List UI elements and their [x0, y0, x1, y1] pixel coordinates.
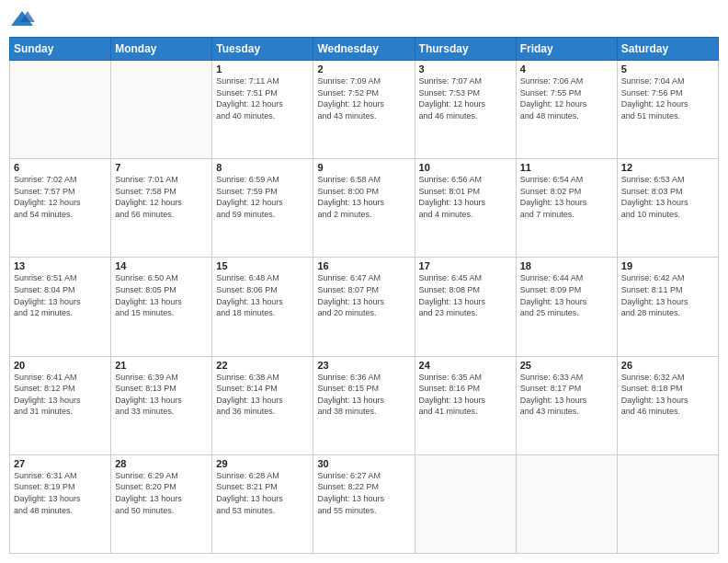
calendar-week-2: 6Sunrise: 7:02 AM Sunset: 7:57 PM Daylig… [10, 159, 719, 258]
day-number: 14 [115, 260, 208, 271]
calendar-cell: 21Sunrise: 6:39 AM Sunset: 8:13 PM Dayli… [111, 356, 212, 454]
calendar-cell [516, 454, 617, 553]
day-info: Sunrise: 6:50 AM Sunset: 8:05 PM Dayligh… [115, 272, 208, 318]
page: SundayMondayTuesdayWednesdayThursdayFrid… [0, 0, 728, 563]
day-info: Sunrise: 7:02 AM Sunset: 7:57 PM Dayligh… [14, 174, 107, 220]
day-info: Sunrise: 6:45 AM Sunset: 8:08 PM Dayligh… [419, 272, 512, 318]
day-number: 6 [14, 162, 107, 173]
day-info: Sunrise: 7:01 AM Sunset: 7:58 PM Dayligh… [115, 174, 208, 220]
calendar-cell: 22Sunrise: 6:38 AM Sunset: 8:14 PM Dayli… [212, 356, 313, 454]
calendar-cell: 5Sunrise: 7:04 AM Sunset: 7:56 PM Daylig… [617, 61, 718, 159]
day-info: Sunrise: 7:04 AM Sunset: 7:56 PM Dayligh… [621, 75, 714, 121]
calendar-cell: 26Sunrise: 6:32 AM Sunset: 8:18 PM Dayli… [617, 356, 718, 454]
calendar-cell: 9Sunrise: 6:58 AM Sunset: 8:00 PM Daylig… [313, 159, 415, 258]
calendar-cell: 4Sunrise: 7:06 AM Sunset: 7:55 PM Daylig… [516, 61, 617, 159]
calendar-table: SundayMondayTuesdayWednesdayThursdayFrid… [9, 37, 719, 554]
calendar-cell: 23Sunrise: 6:36 AM Sunset: 8:15 PM Dayli… [313, 356, 415, 454]
calendar-cell: 7Sunrise: 7:01 AM Sunset: 7:58 PM Daylig… [111, 159, 212, 258]
day-number: 26 [621, 360, 714, 371]
day-number: 24 [419, 360, 512, 371]
calendar-cell: 16Sunrise: 6:47 AM Sunset: 8:07 PM Dayli… [313, 258, 415, 356]
day-number: 4 [520, 63, 613, 75]
calendar-week-3: 13Sunrise: 6:51 AM Sunset: 8:04 PM Dayli… [10, 258, 719, 356]
day-info: Sunrise: 6:47 AM Sunset: 8:07 PM Dayligh… [317, 272, 410, 318]
day-number: 22 [216, 360, 309, 371]
day-info: Sunrise: 6:54 AM Sunset: 8:02 PM Dayligh… [520, 174, 613, 220]
calendar-cell [415, 454, 516, 553]
day-info: Sunrise: 6:42 AM Sunset: 8:11 PM Dayligh… [621, 272, 714, 318]
day-info: Sunrise: 6:56 AM Sunset: 8:01 PM Dayligh… [419, 174, 512, 220]
day-number: 9 [317, 162, 410, 173]
calendar-cell: 19Sunrise: 6:42 AM Sunset: 8:11 PM Dayli… [617, 258, 718, 356]
day-number: 8 [216, 162, 309, 173]
day-number: 3 [419, 63, 512, 75]
calendar-cell: 17Sunrise: 6:45 AM Sunset: 8:08 PM Dayli… [415, 258, 516, 356]
calendar-cell: 2Sunrise: 7:09 AM Sunset: 7:52 PM Daylig… [313, 61, 415, 159]
calendar-cell: 25Sunrise: 6:33 AM Sunset: 8:17 PM Dayli… [516, 356, 617, 454]
day-number: 19 [621, 260, 714, 271]
day-header-thursday: Thursday [415, 38, 516, 61]
day-number: 17 [419, 260, 512, 271]
calendar-cell: 24Sunrise: 6:35 AM Sunset: 8:16 PM Dayli… [415, 356, 516, 454]
day-info: Sunrise: 6:32 AM Sunset: 8:18 PM Dayligh… [621, 372, 714, 418]
calendar-week-4: 20Sunrise: 6:41 AM Sunset: 8:12 PM Dayli… [10, 356, 719, 454]
day-header-wednesday: Wednesday [313, 38, 415, 61]
day-number: 23 [317, 360, 410, 371]
day-info: Sunrise: 6:48 AM Sunset: 8:06 PM Dayligh… [216, 272, 309, 318]
day-number: 28 [115, 458, 208, 469]
day-info: Sunrise: 6:51 AM Sunset: 8:04 PM Dayligh… [14, 272, 107, 318]
day-number: 18 [520, 260, 613, 271]
calendar-cell: 12Sunrise: 6:53 AM Sunset: 8:03 PM Dayli… [617, 159, 718, 258]
calendar-cell: 11Sunrise: 6:54 AM Sunset: 8:02 PM Dayli… [516, 159, 617, 258]
day-info: Sunrise: 6:44 AM Sunset: 8:09 PM Dayligh… [520, 272, 613, 318]
day-number: 25 [520, 360, 613, 371]
calendar-cell: 20Sunrise: 6:41 AM Sunset: 8:12 PM Dayli… [10, 356, 111, 454]
day-info: Sunrise: 7:11 AM Sunset: 7:51 PM Dayligh… [216, 75, 309, 121]
day-number: 12 [621, 162, 714, 173]
calendar-cell: 18Sunrise: 6:44 AM Sunset: 8:09 PM Dayli… [516, 258, 617, 356]
calendar-week-1: 1Sunrise: 7:11 AM Sunset: 7:51 PM Daylig… [10, 61, 719, 159]
day-number: 16 [317, 260, 410, 271]
calendar-cell [10, 61, 111, 159]
calendar-cell: 10Sunrise: 6:56 AM Sunset: 8:01 PM Dayli… [415, 159, 516, 258]
day-info: Sunrise: 6:36 AM Sunset: 8:15 PM Dayligh… [317, 372, 410, 418]
day-info: Sunrise: 6:29 AM Sunset: 8:20 PM Dayligh… [115, 470, 208, 516]
calendar-cell: 3Sunrise: 7:07 AM Sunset: 7:53 PM Daylig… [415, 61, 516, 159]
day-header-friday: Friday [516, 38, 617, 61]
day-number: 7 [115, 162, 208, 173]
calendar-cell: 14Sunrise: 6:50 AM Sunset: 8:05 PM Dayli… [111, 258, 212, 356]
day-number: 13 [14, 260, 107, 271]
calendar-cell: 1Sunrise: 7:11 AM Sunset: 7:51 PM Daylig… [212, 61, 313, 159]
day-info: Sunrise: 6:35 AM Sunset: 8:16 PM Dayligh… [419, 372, 512, 418]
day-header-monday: Monday [111, 38, 212, 61]
day-info: Sunrise: 6:27 AM Sunset: 8:22 PM Dayligh… [317, 470, 410, 516]
calendar-cell [111, 61, 212, 159]
day-number: 21 [115, 360, 208, 371]
logo [9, 9, 39, 29]
day-info: Sunrise: 6:33 AM Sunset: 8:17 PM Dayligh… [520, 372, 613, 418]
day-number: 27 [14, 458, 107, 469]
calendar-cell: 27Sunrise: 6:31 AM Sunset: 8:19 PM Dayli… [10, 454, 111, 553]
day-info: Sunrise: 6:41 AM Sunset: 8:12 PM Dayligh… [14, 372, 107, 418]
calendar-cell: 13Sunrise: 6:51 AM Sunset: 8:04 PM Dayli… [10, 258, 111, 356]
calendar-cell: 8Sunrise: 6:59 AM Sunset: 7:59 PM Daylig… [212, 159, 313, 258]
day-info: Sunrise: 7:06 AM Sunset: 7:55 PM Dayligh… [520, 75, 613, 121]
calendar-cell: 6Sunrise: 7:02 AM Sunset: 7:57 PM Daylig… [10, 159, 111, 258]
day-header-sunday: Sunday [10, 38, 111, 61]
day-number: 5 [621, 63, 714, 75]
day-number: 11 [520, 162, 613, 173]
calendar-cell: 30Sunrise: 6:27 AM Sunset: 8:22 PM Dayli… [313, 454, 415, 553]
day-info: Sunrise: 6:53 AM Sunset: 8:03 PM Dayligh… [621, 174, 714, 220]
calendar-cell [617, 454, 718, 553]
day-info: Sunrise: 6:58 AM Sunset: 8:00 PM Dayligh… [317, 174, 410, 220]
day-number: 30 [317, 458, 410, 469]
day-number: 10 [419, 162, 512, 173]
day-number: 15 [216, 260, 309, 271]
calendar-week-5: 27Sunrise: 6:31 AM Sunset: 8:19 PM Dayli… [10, 454, 719, 553]
day-info: Sunrise: 6:59 AM Sunset: 7:59 PM Dayligh… [216, 174, 309, 220]
calendar-cell: 28Sunrise: 6:29 AM Sunset: 8:20 PM Dayli… [111, 454, 212, 553]
calendar-cell: 29Sunrise: 6:28 AM Sunset: 8:21 PM Dayli… [212, 454, 313, 553]
calendar-cell: 15Sunrise: 6:48 AM Sunset: 8:06 PM Dayli… [212, 258, 313, 356]
day-info: Sunrise: 6:39 AM Sunset: 8:13 PM Dayligh… [115, 372, 208, 418]
logo-icon [9, 9, 35, 29]
